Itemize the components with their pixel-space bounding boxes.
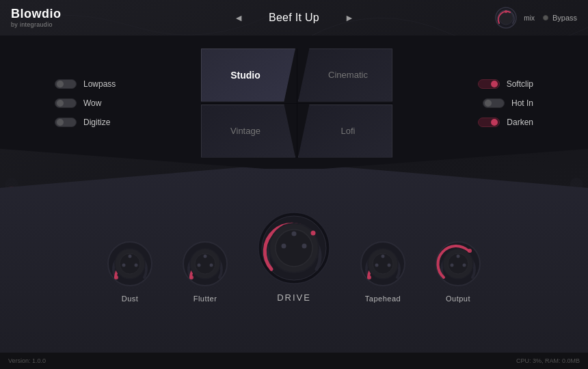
- tapehead-label: Tapehead: [365, 295, 401, 303]
- right-toggles: Softclip Hot In Darken: [464, 79, 588, 127]
- divider-v: [297, 49, 297, 158]
- svg-point-38: [463, 263, 466, 266]
- lowpass-toggle[interactable]: [55, 79, 77, 89]
- cinematic-preset-button[interactable]: Cinematic: [298, 49, 392, 102]
- lowpass-label: Lowpass: [83, 79, 116, 89]
- next-preset-button[interactable]: ►: [345, 12, 354, 23]
- svg-point-9: [135, 263, 138, 266]
- cinematic-label: Cinematic: [323, 70, 368, 80]
- output-label: Output: [446, 295, 470, 303]
- status-bar: Version: 1.0.0 CPU: 3%, RAM: 0.0MB: [0, 353, 588, 369]
- drive-knob-group: DRIVE: [256, 210, 332, 303]
- svg-point-39: [468, 249, 472, 253]
- header-right: mix Bypass: [494, 5, 577, 30]
- svg-point-15: [198, 263, 201, 266]
- drive-knob[interactable]: [256, 210, 332, 288]
- wow-toggle-thumb: [57, 100, 64, 107]
- svg-point-2: [505, 10, 507, 13]
- svg-point-25: [311, 230, 316, 235]
- digitize-toggle[interactable]: [55, 118, 77, 127]
- darken-toggle[interactable]: [478, 118, 500, 127]
- dust-knob-group: Dust: [106, 240, 154, 303]
- darken-toggle-row: Darken: [478, 118, 533, 127]
- bypass-led: [543, 15, 548, 20]
- drive-label: DRIVE: [277, 292, 311, 303]
- svg-point-30: [375, 263, 379, 266]
- bypass-section[interactable]: Bypass: [543, 14, 577, 22]
- digitize-toggle-thumb: [57, 119, 64, 126]
- svg-point-14: [204, 254, 207, 258]
- svg-point-37: [451, 263, 454, 266]
- wow-label: Wow: [83, 98, 101, 108]
- digitize-label: Digitize: [83, 118, 110, 127]
- left-toggles: Lowpass Wow Digitize: [0, 79, 129, 127]
- tapehead-knob[interactable]: [359, 240, 407, 290]
- svg-point-22: [292, 231, 297, 236]
- app-container: Blowdio by integraudio ◄ Beef It Up ►: [0, 0, 588, 369]
- svg-point-29: [382, 254, 385, 258]
- hotin-toggle-thumb: [485, 100, 492, 107]
- lowpass-toggle-thumb: [57, 81, 64, 87]
- hotin-label: Hot In: [511, 98, 533, 108]
- svg-point-8: [122, 263, 126, 266]
- flutter-knob[interactable]: [181, 240, 229, 290]
- vintage-label: Vintage: [230, 126, 266, 136]
- hotin-toggle-row: Hot In: [478, 98, 533, 108]
- wow-toggle[interactable]: [55, 98, 77, 108]
- output-knob-group: Output: [434, 240, 482, 303]
- preset-diamond: Studio Cinematic Vintage Lofi: [201, 49, 392, 158]
- softclip-toggle[interactable]: [478, 79, 500, 89]
- mix-label: mix: [524, 14, 535, 22]
- svg-point-31: [388, 263, 391, 266]
- bypass-label: Bypass: [552, 14, 577, 22]
- version-label: Version: 1.0.0: [8, 357, 46, 364]
- svg-point-10: [114, 275, 118, 279]
- preset-grid-container: Studio Cinematic Vintage Lofi: [129, 38, 464, 168]
- hotin-toggle[interactable]: [483, 98, 505, 108]
- svg-point-32: [367, 275, 371, 279]
- preset-navigation: ◄ Beef It Up ►: [234, 12, 354, 24]
- svg-point-23: [282, 243, 286, 248]
- app-title: Blowdio: [11, 8, 62, 21]
- darken-label: Darken: [507, 118, 533, 127]
- darken-toggle-thumb: [491, 119, 498, 126]
- softclip-toggle-row: Softclip: [478, 79, 533, 89]
- tapehead-knob-group: Tapehead: [359, 240, 407, 303]
- dust-knob[interactable]: [106, 240, 154, 290]
- lofi-label: Lofi: [336, 126, 356, 136]
- mix-knob-container: mix: [494, 5, 535, 30]
- upper-panel-content: Lowpass Wow Digitize Studio: [0, 40, 588, 166]
- svg-point-24: [302, 243, 307, 248]
- flutter-label: Flutter: [193, 295, 217, 303]
- prev-preset-button[interactable]: ◄: [234, 12, 243, 23]
- vintage-preset-button[interactable]: Vintage: [201, 105, 295, 158]
- studio-preset-button[interactable]: Studio: [201, 49, 295, 102]
- svg-point-36: [457, 254, 460, 258]
- output-knob[interactable]: [434, 240, 482, 290]
- flutter-knob-group: Flutter: [181, 240, 229, 303]
- svg-point-17: [189, 275, 193, 279]
- lofi-preset-button[interactable]: Lofi: [298, 105, 392, 158]
- softclip-toggle-thumb: [491, 81, 498, 87]
- knobs-panel: Dust Flutter: [0, 171, 588, 353]
- lowpass-toggle-row: Lowpass: [55, 79, 116, 89]
- cpu-ram-label: CPU: 3%, RAM: 0.0MB: [516, 357, 580, 364]
- svg-point-16: [210, 263, 213, 266]
- knobs-row: Dust Flutter: [106, 210, 482, 314]
- svg-point-7: [129, 254, 132, 258]
- mix-knob[interactable]: [494, 5, 518, 30]
- softclip-label: Softclip: [507, 79, 533, 89]
- preset-name-label: Beef It Up: [253, 12, 335, 24]
- studio-label: Studio: [230, 70, 266, 81]
- wow-toggle-row: Wow: [55, 98, 116, 108]
- dust-label: Dust: [122, 295, 139, 303]
- digitize-toggle-row: Digitize: [55, 118, 116, 127]
- logo-section: Blowdio by integraudio: [11, 8, 62, 28]
- app-subtitle: by integraudio: [11, 21, 62, 28]
- header: Blowdio by integraudio ◄ Beef It Up ►: [0, 0, 588, 36]
